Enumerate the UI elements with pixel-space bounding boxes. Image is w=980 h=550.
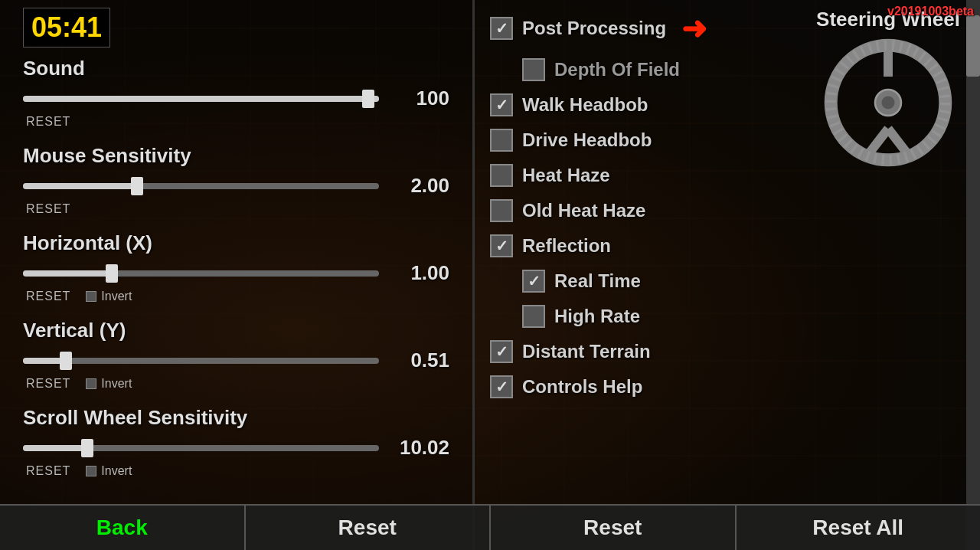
option-checkbox-real_time[interactable]: ✓ [522, 270, 545, 293]
slider-track-3[interactable] [23, 358, 379, 364]
slider-value-1: 2.00 [388, 174, 449, 198]
timer-display: 05:41 [23, 8, 110, 47]
option-label-walk_headbob: Walk Headbob [522, 94, 648, 116]
slider-value-0: 100 [388, 87, 449, 110]
option-item-old_heat_haze[interactable]: Old Heat Haze [490, 196, 804, 225]
version-text: v20191003beta [887, 5, 974, 18]
option-checkbox-old_heat_haze[interactable] [490, 199, 513, 222]
option-checkbox-controls_help[interactable]: ✓ [490, 375, 513, 398]
option-checkbox-heat_haze[interactable] [490, 164, 513, 187]
slider-section-4: Scroll Wheel Sensitivity10.02RESETInvert [23, 406, 449, 480]
reset-btn-4[interactable]: RESET [23, 463, 74, 480]
reset-btn-1[interactable]: RESET [23, 201, 74, 218]
option-item-high_rate[interactable]: High Rate [490, 302, 804, 331]
reset-btn-0[interactable]: RESET [23, 113, 74, 130]
slider-track-1[interactable] [23, 183, 379, 189]
invert-checkbox-2[interactable]: Invert [86, 290, 132, 303]
slider-section-3: Vertical (Y)0.51RESETInvert [23, 319, 449, 392]
slider-track-4[interactable] [23, 445, 379, 451]
slider-label-4: Scroll Wheel Sensitivity [23, 406, 449, 430]
option-label-distant_terrain: Distant Terrain [522, 341, 651, 362]
slider-value-2: 1.00 [388, 261, 449, 285]
reset-btn-3[interactable]: RESET [23, 375, 74, 392]
option-item-post_processing[interactable]: ✓Post Processing➜ [490, 8, 804, 49]
back-button[interactable]: Back [0, 504, 246, 550]
option-checkbox-high_rate[interactable] [522, 305, 545, 328]
invert-checkbox-4[interactable]: Invert [86, 464, 132, 478]
option-label-depth_of_field: Depth Of Field [554, 59, 680, 80]
slider-track-2[interactable] [23, 270, 379, 277]
option-checkbox-drive_headbob[interactable] [490, 129, 513, 152]
right-top: ✓Post Processing➜Depth Of Field✓Walk Hea… [490, 8, 965, 408]
slider-thumb-1[interactable] [131, 177, 143, 195]
slider-row-2: 1.00 [23, 261, 449, 285]
left-panel: 05:41 Sound100RESETMouse Sensitivity2.00… [0, 0, 475, 550]
option-label-heat_haze: Heat Haze [522, 165, 610, 186]
option-item-drive_headbob[interactable]: Drive Headbob [490, 126, 804, 155]
slider-label-3: Vertical (Y) [23, 319, 449, 342]
reset-btn-2[interactable]: RESET [23, 288, 74, 305]
option-item-controls_help[interactable]: ✓Controls Help [490, 372, 804, 401]
options-container: ✓Post Processing➜Depth Of Field✓Walk Hea… [490, 8, 804, 408]
slider-row-0: 100 [23, 87, 449, 110]
option-label-controls_help: Controls Help [522, 376, 642, 398]
option-label-old_heat_haze: Old Heat Haze [522, 200, 645, 221]
reset-row-3: RESETInvert [23, 375, 449, 392]
steering-wheel-area: Steering Wheel [812, 8, 965, 168]
invert-checkbox-3[interactable]: Invert [86, 377, 132, 391]
reset-row-0: RESET [23, 113, 449, 130]
slider-section-0: Sound100RESET [23, 57, 449, 130]
reset-right-button[interactable]: Reset [491, 504, 737, 550]
option-checkbox-post_processing[interactable]: ✓ [490, 17, 513, 40]
main-container: 05:41 Sound100RESETMouse Sensitivity2.00… [0, 0, 980, 550]
slider-thumb-2[interactable] [106, 264, 118, 283]
right-panel: ✓Post Processing➜Depth Of Field✓Walk Hea… [475, 0, 980, 550]
post-processing-arrow-icon: ➜ [681, 11, 707, 46]
reset-row-2: RESETInvert [23, 288, 449, 305]
option-checkbox-distant_terrain[interactable]: ✓ [490, 340, 513, 363]
slider-value-4: 10.02 [388, 436, 449, 460]
option-item-reflection[interactable]: ✓Reflection [490, 231, 804, 260]
slider-label-1: Mouse Sensitivity [23, 144, 449, 168]
sliders-container: Sound100RESETMouse Sensitivity2.00RESETH… [23, 57, 449, 493]
slider-label-0: Sound [23, 57, 449, 80]
slider-thumb-0[interactable] [362, 90, 374, 108]
slider-row-4: 10.02 [23, 436, 449, 460]
scroll-thumb[interactable] [966, 15, 980, 77]
slider-section-1: Mouse Sensitivity2.00RESET [23, 144, 449, 218]
slider-track-0[interactable] [23, 96, 379, 102]
slider-row-1: 2.00 [23, 174, 449, 198]
option-label-reflection: Reflection [522, 235, 611, 257]
reset-left-button[interactable]: Reset [246, 504, 492, 550]
slider-label-2: Horizontal (X) [23, 231, 449, 255]
reset-all-button[interactable]: Reset All [737, 504, 981, 550]
option-label-real_time: Real Time [554, 270, 641, 292]
reset-row-4: RESETInvert [23, 463, 449, 480]
slider-thumb-3[interactable] [60, 352, 72, 370]
scrollbar[interactable] [966, 0, 980, 550]
option-checkbox-depth_of_field[interactable] [522, 58, 545, 81]
reset-row-1: RESET [23, 201, 449, 218]
slider-value-3: 0.51 [388, 349, 449, 372]
option-item-walk_headbob[interactable]: ✓Walk Headbob [490, 90, 804, 119]
option-label-post_processing: Post Processing [522, 18, 666, 39]
option-checkbox-reflection[interactable]: ✓ [490, 234, 513, 257]
option-label-drive_headbob: Drive Headbob [522, 129, 652, 151]
bottom-bar: Back Reset Reset Reset All [0, 504, 980, 550]
option-item-distant_terrain[interactable]: ✓Distant Terrain [490, 337, 804, 366]
slider-thumb-4[interactable] [81, 439, 93, 457]
svg-point-5 [882, 97, 895, 110]
option-label-high_rate: High Rate [554, 306, 640, 327]
slider-section-2: Horizontal (X)1.00RESETInvert [23, 231, 449, 305]
option-item-heat_haze[interactable]: Heat Haze [490, 161, 804, 190]
option-item-real_time[interactable]: ✓Real Time [490, 267, 804, 296]
option-checkbox-walk_headbob[interactable]: ✓ [490, 93, 513, 116]
slider-row-3: 0.51 [23, 349, 449, 372]
steering-wheel-icon [823, 38, 953, 168]
option-item-depth_of_field[interactable]: Depth Of Field [490, 55, 804, 84]
